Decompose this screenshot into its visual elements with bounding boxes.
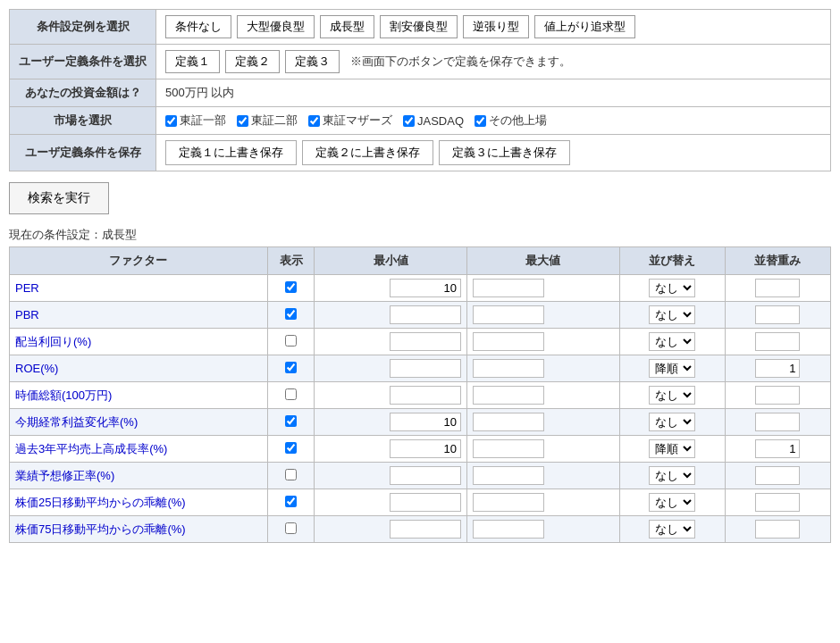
factor-min-input-3[interactable] (390, 359, 461, 378)
factor-name-cell: 配当利回り(%) (10, 329, 268, 355)
save-btn-0[interactable]: 定義１に上書き保存 (165, 140, 297, 165)
factor-sort-cell: なし昇順降順 (619, 355, 725, 382)
factor-checkbox-9[interactable] (285, 522, 297, 534)
factor-sort-cell: なし昇順降順 (619, 409, 725, 436)
investment-value: 500万円 以内 (165, 86, 234, 99)
search-button[interactable]: 検索を実行 (9, 182, 109, 214)
market-checkbox-2[interactable] (308, 115, 320, 127)
factor-name-cell: 時価総額(100万円) (10, 382, 268, 409)
factor-name-1[interactable]: PBR (15, 308, 39, 322)
factor-name-3[interactable]: ROE(%) (15, 362, 58, 375)
factor-min-input-7[interactable] (390, 466, 461, 485)
factor-max-input-0[interactable] (473, 279, 544, 297)
factor-min-input-1[interactable] (390, 305, 461, 324)
factor-min-input-2[interactable] (390, 332, 461, 351)
factor-display-cell (267, 489, 315, 516)
factor-max-input-2[interactable] (473, 332, 544, 351)
market-check-0[interactable]: 東証一部 (165, 113, 226, 129)
factor-max-input-8[interactable] (473, 493, 544, 512)
factor-sort-select-6[interactable]: なし昇順降順 (649, 439, 695, 458)
factor-weight-input-5[interactable] (755, 413, 800, 431)
save-btn-1[interactable]: 定義２に上書き保存 (302, 140, 433, 165)
factor-display-cell (267, 355, 315, 382)
factor-min-input-8[interactable] (390, 493, 461, 512)
factor-max-input-6[interactable] (473, 439, 544, 458)
factor-weight-input-2[interactable] (755, 332, 800, 351)
save-cell: 定義１に上書き保存 定義２に上書き保存 定義３に上書き保存 (156, 135, 831, 171)
header-min: 最小値 (315, 247, 467, 275)
preset-btn-2[interactable]: 成長型 (320, 15, 374, 38)
market-checkbox-0[interactable] (165, 115, 177, 127)
market-check-4[interactable]: その他上場 (475, 113, 547, 129)
table-row: 配当利回り(%)なし昇順降順 (10, 329, 831, 355)
factor-sort-select-9[interactable]: なし昇順降順 (649, 520, 695, 539)
factor-sort-select-0[interactable]: なし昇順降順 (649, 279, 695, 297)
factor-checkbox-7[interactable] (285, 469, 297, 480)
factor-name-6[interactable]: 過去3年平均売上高成長率(%) (15, 442, 167, 455)
market-check-1[interactable]: 東証二部 (237, 113, 298, 129)
factor-name-2[interactable]: 配当利回り(%) (15, 335, 91, 348)
factor-sort-select-7[interactable]: なし昇順降順 (649, 466, 695, 485)
factor-checkbox-8[interactable] (285, 496, 297, 507)
preset-btn-3[interactable]: 割安優良型 (380, 15, 458, 38)
factor-checkbox-6[interactable] (285, 442, 297, 454)
factor-sort-select-8[interactable]: なし昇順降順 (649, 493, 695, 512)
factor-weight-input-4[interactable] (755, 386, 800, 405)
factor-min-input-6[interactable] (390, 439, 461, 458)
factor-max-input-5[interactable] (473, 413, 544, 431)
market-checkbox-3[interactable] (403, 115, 415, 127)
factor-min-input-4[interactable] (390, 386, 461, 405)
factor-min-input-0[interactable] (390, 279, 461, 297)
factor-weight-input-1[interactable] (755, 305, 800, 324)
save-btn-2[interactable]: 定義３に上書き保存 (439, 140, 570, 165)
factor-checkbox-0[interactable] (285, 281, 297, 293)
table-row: 過去3年平均売上高成長率(%)なし昇順降順 (10, 436, 831, 463)
factor-weight-input-9[interactable] (755, 520, 800, 539)
factor-weight-input-3[interactable] (755, 359, 800, 378)
factor-max-cell (466, 302, 619, 329)
factor-sort-select-4[interactable]: なし昇順降順 (649, 386, 695, 405)
factor-min-input-5[interactable] (390, 413, 461, 431)
factor-name-7[interactable]: 業績予想修正率(%) (15, 469, 114, 482)
factor-checkbox-4[interactable] (285, 388, 297, 400)
factor-max-input-4[interactable] (473, 386, 544, 405)
preset-btn-0[interactable]: 条件なし (165, 15, 231, 38)
factor-sort-cell: なし昇順降順 (619, 489, 725, 516)
factor-checkbox-5[interactable] (285, 415, 297, 427)
factor-min-input-9[interactable] (390, 520, 461, 539)
factor-max-cell (466, 516, 619, 543)
factor-sort-select-1[interactable]: なし昇順降順 (649, 305, 695, 324)
factor-weight-input-6[interactable] (755, 439, 800, 458)
market-checkbox-4[interactable] (475, 115, 486, 127)
factor-checkbox-2[interactable] (285, 335, 297, 347)
factor-sort-select-5[interactable]: なし昇順降順 (649, 413, 695, 431)
factor-weight-input-8[interactable] (755, 493, 800, 512)
factor-checkbox-1[interactable] (285, 308, 297, 320)
factor-sort-cell: なし昇順降順 (619, 329, 725, 355)
factor-name-5[interactable]: 今期経常利益変化率(%) (15, 415, 138, 429)
factor-max-input-9[interactable] (473, 520, 544, 539)
factor-name-9[interactable]: 株価75日移動平均からの乖離(%) (15, 522, 186, 536)
preset-btn-5[interactable]: 値上がり追求型 (534, 15, 635, 38)
factor-name-4[interactable]: 時価総額(100万円) (15, 388, 112, 402)
factor-sort-select-3[interactable]: なし昇順降順 (649, 359, 695, 378)
factor-checkbox-3[interactable] (285, 362, 297, 373)
factor-name-8[interactable]: 株価25日移動平均からの乖離(%) (15, 496, 186, 509)
market-check-3[interactable]: JASDAQ (403, 114, 464, 128)
factor-max-input-1[interactable] (473, 305, 544, 324)
factor-sort-select-2[interactable]: なし昇順降順 (649, 332, 695, 351)
market-checkbox-1[interactable] (237, 115, 248, 127)
factor-weight-input-0[interactable] (755, 279, 800, 297)
preset-btn-4[interactable]: 逆張り型 (463, 15, 529, 38)
userdef-btn-2[interactable]: 定義３ (285, 50, 340, 73)
userdef-btn-1[interactable]: 定義２ (225, 50, 280, 73)
market-check-2[interactable]: 東証マザーズ (308, 113, 392, 129)
preset-btn-1[interactable]: 大型優良型 (237, 15, 315, 38)
market-label-4: その他上場 (489, 113, 547, 129)
factor-max-input-3[interactable] (473, 359, 544, 378)
factor-weight-input-7[interactable] (755, 466, 800, 485)
factor-name-0[interactable]: PER (15, 281, 39, 295)
userdef-btn-0[interactable]: 定義１ (165, 50, 220, 73)
factor-max-input-7[interactable] (473, 466, 544, 485)
factor-sort-cell: なし昇順降順 (619, 463, 725, 489)
